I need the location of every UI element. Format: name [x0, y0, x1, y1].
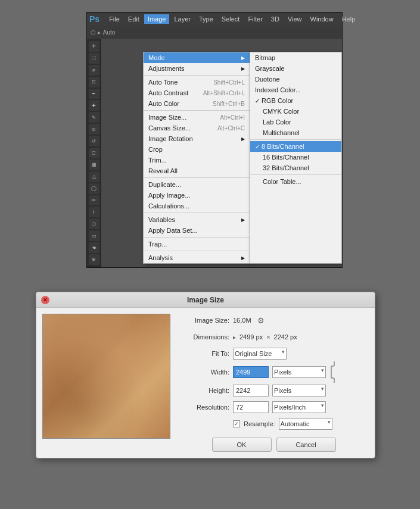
- gear-icon[interactable]: ⚙: [257, 316, 265, 325]
- menu-filter[interactable]: Filter: [244, 14, 266, 24]
- menu-item-auto-tone[interactable]: Auto Tone Shift+Ctrl+L: [144, 77, 250, 88]
- menu-item-mode[interactable]: Mode ▶: [144, 52, 250, 63]
- width-row: Width: Pixels: [179, 364, 369, 380]
- zoom-tool-icon[interactable]: ⊕: [89, 254, 99, 265]
- marquee-tool-icon[interactable]: ⬚: [89, 53, 99, 64]
- mode-8-bits[interactable]: ✓ 8 Bits/Channel: [250, 141, 341, 152]
- mode-indexed-color[interactable]: Indexed Color...: [250, 85, 341, 95]
- auto-tone-shortcut: Shift+Ctrl+L: [213, 79, 245, 86]
- mode-16-bits[interactable]: 16 Bits/Channel: [250, 152, 341, 163]
- indexed-color-label: Indexed Color...: [255, 86, 337, 93]
- auto-contrast-label: Auto Contrast: [148, 89, 198, 96]
- menu-view[interactable]: View: [284, 14, 306, 24]
- mode-rgb-color[interactable]: ✓ RGB Color: [250, 95, 341, 106]
- image-size-shortcut: Alt+Ctrl+I: [220, 114, 245, 121]
- hand-tool-icon[interactable]: ☚: [89, 242, 99, 253]
- menu-window[interactable]: Window: [307, 14, 337, 24]
- menu-item-duplicate[interactable]: Duplicate...: [144, 179, 250, 190]
- menu-image[interactable]: Image: [144, 14, 170, 24]
- auto-contrast-shortcut: Alt+Shift+Ctrl+L: [203, 90, 245, 96]
- menu-item-canvas-size[interactable]: Canvas Size... Alt+Ctrl+C: [144, 123, 250, 133]
- gradient-tool-icon[interactable]: ▦: [89, 160, 99, 170]
- fit-to-select[interactable]: Original Size: [233, 348, 287, 360]
- resample-row: ✓ Resample: Automatic: [179, 417, 369, 430]
- separator-6: [144, 251, 250, 251]
- history-brush-icon[interactable]: ↺: [89, 136, 99, 146]
- auto-label: Auto: [103, 29, 116, 36]
- menu-item-reveal-all[interactable]: Reveal All: [144, 165, 250, 176]
- menu-select[interactable]: Select: [218, 14, 244, 24]
- mode-multichannel[interactable]: Multichannel: [250, 127, 341, 138]
- eyedropper-tool-icon[interactable]: ✒: [89, 89, 99, 99]
- mode-cmyk-color[interactable]: CMYK Color: [250, 106, 341, 117]
- dimensions-arrow-icon[interactable]: ▸: [233, 334, 236, 341]
- menu-file[interactable]: File: [105, 14, 123, 24]
- width-unit-wrapper: Pixels: [272, 366, 326, 378]
- mode-grayscale[interactable]: Grayscale: [250, 63, 341, 74]
- menu-item-auto-contrast[interactable]: Auto Contrast Alt+Shift+Ctrl+L: [144, 88, 250, 98]
- menu-item-calculations[interactable]: Calculations...: [144, 201, 250, 211]
- mode-32-bits[interactable]: 32 Bits/Channel: [250, 163, 341, 173]
- mode-arrow-icon: ▶: [241, 55, 245, 61]
- dimensions-x: ×: [266, 333, 270, 341]
- trap-label: Trap...: [148, 241, 245, 248]
- menu-item-auto-color[interactable]: Auto Color Shift+Ctrl+B: [144, 98, 250, 109]
- pen-tool-icon[interactable]: ✏: [89, 195, 99, 206]
- menu-item-trim[interactable]: Trim...: [144, 155, 250, 165]
- dodge-tool-icon[interactable]: ◯: [89, 183, 99, 194]
- variables-arrow-icon: ▶: [241, 217, 245, 223]
- analysis-label: Analysis: [148, 254, 239, 261]
- shape-tool-icon[interactable]: ▭: [89, 230, 99, 241]
- mode-lab-color[interactable]: Lab Color: [250, 117, 341, 127]
- duplicate-label: Duplicate...: [148, 181, 245, 188]
- menu-item-image-rotation[interactable]: Image Rotation ▶: [144, 133, 250, 144]
- menu-item-trap[interactable]: Trap...: [144, 239, 250, 249]
- width-input[interactable]: [233, 366, 269, 378]
- eraser-tool-icon[interactable]: ◻: [89, 148, 99, 158]
- width-unit-select[interactable]: Pixels: [272, 366, 326, 378]
- resample-checkbox[interactable]: ✓: [233, 420, 240, 427]
- image-dropdown-menu: Mode ▶ Adjustments ▶ Auto Tone Shift+Ctr…: [143, 52, 250, 264]
- mode-duotone[interactable]: Duotone: [250, 74, 341, 85]
- healing-tool-icon[interactable]: ✚: [89, 100, 99, 111]
- multichannel-label: Multichannel: [263, 129, 337, 136]
- menu-item-image-size[interactable]: Image Size... Alt+Ctrl+I: [144, 112, 250, 123]
- menu-item-analysis[interactable]: Analysis ▶: [144, 252, 250, 263]
- clone-tool-icon[interactable]: ⊙: [89, 124, 99, 135]
- crop-tool-icon[interactable]: ⊡: [89, 77, 99, 88]
- bitmap-label: Bitmap: [255, 54, 337, 61]
- height-unit-wrapper: Pixels: [272, 385, 326, 396]
- path-tool-icon[interactable]: ⬡: [89, 218, 99, 229]
- brush-tool-icon[interactable]: ✎: [89, 112, 99, 123]
- menu-item-adjustments[interactable]: Adjustments ▶: [144, 63, 250, 74]
- menu-item-variables[interactable]: Variables ▶: [144, 214, 250, 225]
- auto-tone-label: Auto Tone: [148, 79, 209, 86]
- menu-item-apply-image[interactable]: Apply Image...: [144, 190, 250, 201]
- mode-bitmap[interactable]: Bitmap: [250, 52, 341, 63]
- menu-item-apply-data-set[interactable]: Apply Data Set...: [144, 225, 250, 236]
- blur-tool-icon[interactable]: △: [89, 171, 99, 182]
- lasso-tool-icon[interactable]: ⌀: [89, 65, 99, 76]
- dialog-buttons: OK Cancel: [179, 438, 369, 452]
- rgb-color-label: RGB Color: [262, 97, 337, 104]
- separator-3: [144, 177, 250, 178]
- cancel-button[interactable]: Cancel: [276, 438, 336, 452]
- resolution-unit-wrapper: Pixels/Inch: [272, 401, 326, 413]
- resample-select-wrapper: Automatic: [279, 418, 332, 430]
- height-input[interactable]: [233, 385, 269, 396]
- menu-type[interactable]: Type: [195, 14, 217, 24]
- ok-button[interactable]: OK: [212, 438, 272, 452]
- menu-help[interactable]: Help: [338, 14, 359, 24]
- height-unit-select[interactable]: Pixels: [272, 385, 326, 396]
- menu-3d[interactable]: 3D: [267, 14, 283, 24]
- mode-color-table[interactable]: Color Table...: [250, 176, 341, 187]
- text-tool-icon[interactable]: T: [89, 207, 99, 217]
- menu-item-crop[interactable]: Crop: [144, 144, 250, 155]
- resolution-unit-select[interactable]: Pixels/Inch: [272, 401, 326, 413]
- menu-layer[interactable]: Layer: [170, 14, 194, 24]
- resolution-input[interactable]: [233, 401, 269, 413]
- move-tool-icon[interactable]: ✛: [89, 41, 99, 52]
- resample-select[interactable]: Automatic: [279, 418, 332, 430]
- menu-edit[interactable]: Edit: [125, 14, 143, 24]
- dialog-close-button[interactable]: ✕: [41, 296, 49, 304]
